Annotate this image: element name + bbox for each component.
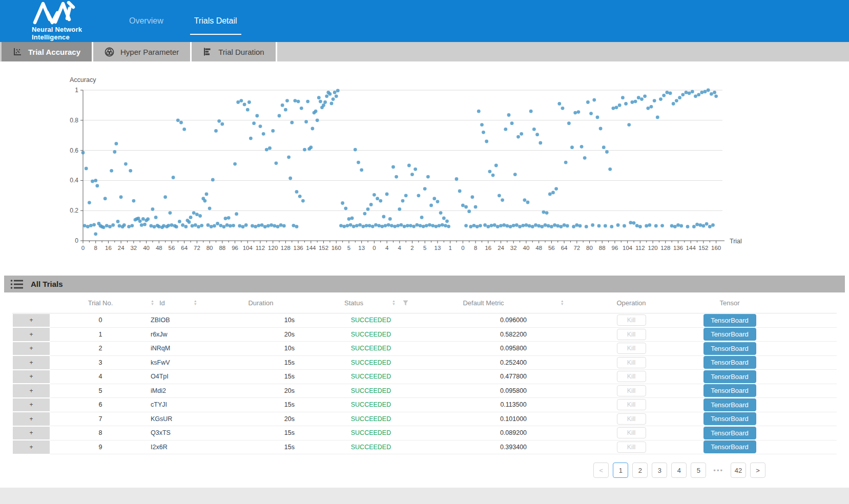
tab-hyper-parameter[interactable]: Hyper Parameter xyxy=(93,42,192,61)
prev-page-button[interactable]: < xyxy=(593,463,609,478)
tensor-cell: TensorBoard xyxy=(673,356,786,369)
page-button-42[interactable]: 42 xyxy=(731,463,746,478)
scatter-point xyxy=(246,108,250,112)
scatter-point xyxy=(537,224,541,228)
expand-button[interactable]: + xyxy=(12,342,50,356)
page-button-5[interactable]: 5 xyxy=(691,463,706,478)
expand-button[interactable]: + xyxy=(12,412,50,426)
duration-cell: 15s xyxy=(217,373,304,380)
operation-cell: Kill xyxy=(589,343,673,354)
expand-button[interactable]: + xyxy=(12,384,50,398)
column-header-status[interactable]: ▲▼ Status ▲▼ xyxy=(304,299,438,307)
x-axis-label: 64 xyxy=(561,245,568,251)
scatter-point xyxy=(553,223,556,227)
pagination: <12345•••42> xyxy=(12,463,765,478)
tensorboard-button[interactable]: TensorBoard xyxy=(703,342,756,355)
expand-button[interactable]: + xyxy=(12,313,50,328)
expand-button[interactable]: + xyxy=(12,355,50,370)
tensorboard-button[interactable]: TensorBoard xyxy=(703,314,756,327)
expand-button[interactable]: + xyxy=(12,398,50,412)
scatter-point xyxy=(396,224,400,227)
filter-icon[interactable] xyxy=(403,300,408,306)
duration-cell: 15s xyxy=(217,444,304,451)
scatter-point xyxy=(525,223,528,227)
scatter-point xyxy=(176,118,180,122)
kill-button[interactable]: Kill xyxy=(617,357,646,368)
sort-icon[interactable]: ▲▼ xyxy=(151,300,154,306)
scatter-point xyxy=(542,211,546,214)
x-axis-label: 112 xyxy=(256,245,265,251)
page-button-4[interactable]: 4 xyxy=(671,463,687,478)
tensorboard-button[interactable]: TensorBoard xyxy=(703,356,756,369)
tensorboard-button[interactable]: TensorBoard xyxy=(703,398,756,411)
expand-button[interactable]: + xyxy=(12,426,50,440)
scatter-point xyxy=(577,110,581,114)
scatter-point xyxy=(83,224,87,227)
trial-accuracy-chart[interactable]: 00.20.40.60.8108162432404856647280889610… xyxy=(0,61,849,271)
kill-button[interactable]: Kill xyxy=(617,329,646,340)
column-header-duration[interactable]: Duration xyxy=(217,299,304,307)
scatter-point xyxy=(694,94,697,98)
scatter-point xyxy=(206,223,210,227)
tensor-cell: TensorBoard xyxy=(673,384,786,397)
scatter-point xyxy=(545,211,549,215)
kill-button[interactable]: Kill xyxy=(617,385,646,396)
scatter-point xyxy=(645,224,648,228)
kill-button[interactable]: Kill xyxy=(617,442,646,453)
page-button-3[interactable]: 3 xyxy=(652,463,667,478)
kill-button[interactable]: Kill xyxy=(617,399,646,410)
scatter-point xyxy=(254,225,257,228)
scatter-point xyxy=(499,224,503,227)
trial-id-cell: ZBIOB xyxy=(151,317,217,324)
tensorboard-button[interactable]: TensorBoard xyxy=(703,384,756,397)
scatter-point xyxy=(311,127,315,131)
sort-icon[interactable]: ▲▼ xyxy=(561,300,564,306)
status-cell: SUCCEEDED xyxy=(304,345,438,352)
tab-trial-accuracy[interactable]: Trial Accuracy xyxy=(2,42,93,61)
scatter-point xyxy=(531,225,534,228)
sort-icon[interactable]: ▲▼ xyxy=(194,300,197,306)
x-axis-label: 16 xyxy=(485,245,491,251)
column-header-default-metric[interactable]: Default Metric ▲▼ xyxy=(438,299,589,307)
tensorboard-button[interactable]: TensorBoard xyxy=(703,412,756,425)
sort-icon[interactable]: ▲▼ xyxy=(392,300,396,306)
tensorboard-button[interactable]: TensorBoard xyxy=(703,440,756,453)
default-metric-cell: 0.582200 xyxy=(438,331,589,338)
default-metric-cell: 0.095800 xyxy=(438,387,589,394)
scatter-point xyxy=(491,174,495,177)
kill-button[interactable]: Kill xyxy=(617,427,646,438)
tensorboard-button[interactable]: TensorBoard xyxy=(703,328,756,341)
tensorboard-button[interactable]: TensorBoard xyxy=(703,427,756,439)
expand-button[interactable]: + xyxy=(12,440,50,454)
scatter-point xyxy=(602,145,606,149)
page-button-2[interactable]: 2 xyxy=(632,463,648,478)
nav-item-trials-detail[interactable]: Trials Detail xyxy=(194,0,237,42)
scatter-point xyxy=(352,225,356,228)
scatter-point xyxy=(634,100,637,103)
tensorboard-button[interactable]: TensorBoard xyxy=(703,370,756,383)
scatter-point xyxy=(434,225,438,228)
scatter-point xyxy=(486,225,490,228)
nav-item-overview[interactable]: Overview xyxy=(129,0,163,42)
scatter-point xyxy=(178,220,181,223)
expand-button[interactable]: + xyxy=(12,370,50,384)
scatter-point xyxy=(604,224,607,228)
next-page-button[interactable]: > xyxy=(750,463,765,478)
page-button-1[interactable]: 1 xyxy=(613,463,628,478)
scatter-point xyxy=(561,107,565,110)
trial-id-cell: I2x6R xyxy=(151,444,217,451)
tab-trial-duration[interactable]: Trial Duration xyxy=(192,42,277,61)
column-header-id[interactable]: ▲▼ Id ▲▼ xyxy=(151,299,217,307)
column-header-trial-no[interactable]: Trial No. xyxy=(50,299,151,307)
operation-cell: Kill xyxy=(589,442,673,453)
kill-button[interactable]: Kill xyxy=(617,413,646,425)
expand-button[interactable]: + xyxy=(12,327,50,342)
operation-cell: Kill xyxy=(589,371,673,382)
scatter-point xyxy=(635,224,639,227)
kill-button[interactable]: Kill xyxy=(617,314,646,326)
scatter-point xyxy=(137,217,140,220)
scatter-point xyxy=(692,225,696,228)
kill-button[interactable]: Kill xyxy=(617,343,646,354)
kill-button[interactable]: Kill xyxy=(617,371,646,382)
scatter-point xyxy=(86,225,90,228)
